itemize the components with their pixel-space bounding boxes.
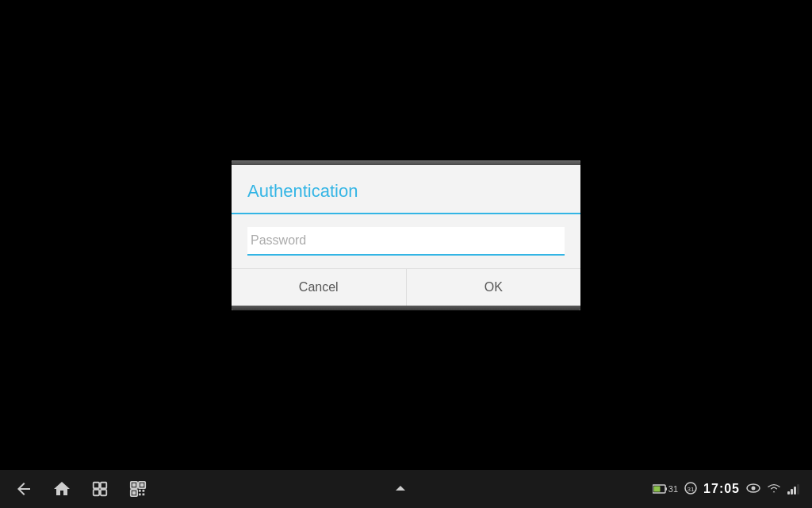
svg-rect-11 [143, 490, 145, 492]
back-button[interactable] [13, 478, 35, 500]
authentication-dialog: Authentication Cancel OK [232, 160, 580, 310]
home-button[interactable] [51, 478, 73, 500]
svg-rect-9 [132, 491, 136, 495]
dialog-backdrop: Authentication Cancel OK [0, 0, 812, 470]
status-icons-right: 31 31 17:05 [653, 482, 799, 497]
svg-text:31: 31 [688, 486, 695, 493]
svg-rect-5 [132, 483, 136, 487]
qr-button[interactable] [127, 478, 149, 500]
battery-icon: 31 [653, 484, 678, 494]
svg-rect-3 [101, 490, 106, 495]
svg-point-20 [752, 486, 756, 490]
statusbar: 31 31 17:05 [0, 470, 812, 508]
password-input[interactable] [247, 227, 565, 254]
nav-center [149, 478, 653, 500]
dialog-buttons-row: Cancel OK [232, 268, 580, 306]
dialog-title: Authentication [247, 181, 565, 202]
eye-icon [746, 483, 760, 496]
main-screen: Authentication Cancel OK [0, 0, 812, 470]
svg-rect-13 [143, 494, 145, 496]
battery-level: 31 [668, 484, 678, 494]
wifi-icon [767, 483, 781, 496]
svg-rect-1 [101, 483, 106, 488]
signal-icon [787, 483, 799, 495]
nav-left [13, 478, 149, 500]
svg-rect-16 [653, 487, 660, 492]
network-icon: 31 [684, 482, 697, 497]
svg-rect-12 [139, 494, 141, 496]
ok-button[interactable]: OK [407, 269, 581, 306]
dialog-title-divider [232, 213, 580, 214]
dialog-footer-bar [232, 306, 580, 310]
cancel-button[interactable]: Cancel [232, 269, 406, 306]
svg-rect-10 [139, 490, 141, 492]
up-button[interactable] [389, 478, 412, 500]
svg-rect-2 [94, 490, 99, 495]
password-input-wrapper [247, 227, 565, 256]
recent-apps-button[interactable] [89, 478, 111, 500]
status-time: 17:05 [703, 482, 740, 496]
dialog-content-area: Authentication [232, 165, 580, 256]
svg-rect-15 [665, 487, 667, 491]
svg-rect-7 [140, 483, 144, 487]
svg-rect-0 [94, 483, 99, 488]
